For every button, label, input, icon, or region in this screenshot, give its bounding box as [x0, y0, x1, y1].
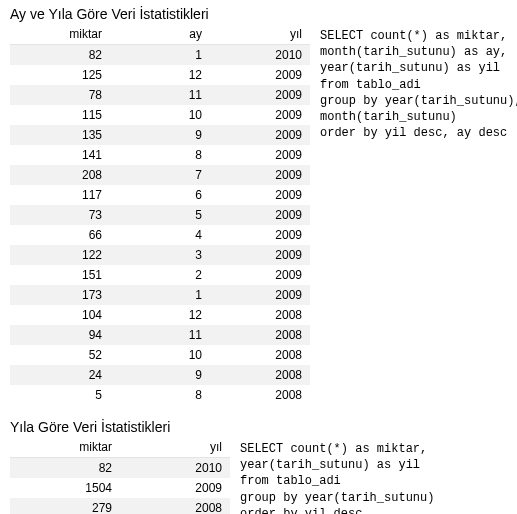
table-cell: 122: [10, 245, 110, 265]
table-cell: 2009: [210, 205, 310, 225]
table-cell: 1504: [10, 478, 120, 498]
sql-query-2: SELECT count(*) as miktar, year(tarih_su…: [240, 437, 434, 514]
table-cell: 12: [110, 65, 210, 85]
table-row: 17312009: [10, 285, 310, 305]
col-miktar: miktar: [10, 24, 110, 45]
table-row: 2492008: [10, 365, 310, 385]
table-cell: 2008: [210, 365, 310, 385]
table-cell: 115: [10, 105, 110, 125]
table-cell: 279: [10, 498, 120, 514]
table-cell: 2009: [210, 105, 310, 125]
table-cell: 2008: [210, 385, 310, 405]
table-cell: 2008: [210, 325, 310, 345]
table-row: 115102009: [10, 105, 310, 125]
table-cell: 78: [10, 85, 110, 105]
table-cell: 2009: [210, 85, 310, 105]
table-cell: 8: [110, 145, 210, 165]
table-cell: 12: [110, 305, 210, 325]
table-row: 7352009: [10, 205, 310, 225]
table-cell: 2: [110, 265, 210, 285]
sql-query-1: SELECT count(*) as miktar, month(tarih_s…: [320, 24, 517, 141]
table-cell: 2008: [210, 345, 310, 365]
table-cell: 2009: [210, 145, 310, 165]
table-row: 15122009: [10, 265, 310, 285]
table-cell: 94: [10, 325, 110, 345]
table-month-year: miktar ay yıl 82120101251220097811200911…: [10, 24, 310, 405]
table-cell: 2010: [120, 458, 230, 479]
table-cell: 73: [10, 205, 110, 225]
table-cell: 2009: [210, 245, 310, 265]
section-month-year: Ay ve Yıla Göre Veri İstatistikleri mikt…: [10, 6, 507, 405]
table-cell: 2009: [210, 285, 310, 305]
table-cell: 173: [10, 285, 110, 305]
table-cell: 2008: [210, 305, 310, 325]
table-cell: 5: [110, 205, 210, 225]
table-cell: 2009: [210, 165, 310, 185]
section1-title: Ay ve Yıla Göre Veri İstatistikleri: [10, 6, 507, 22]
table-cell: 117: [10, 185, 110, 205]
table-cell: 2009: [210, 225, 310, 245]
table-cell: 1: [110, 45, 210, 66]
section-year: Yıla Göre Veri İstatistikleri miktar yıl…: [10, 419, 507, 514]
table-cell: 2009: [210, 125, 310, 145]
table-row: 94112008: [10, 325, 310, 345]
table-cell: 5: [10, 385, 110, 405]
table-cell: 2009: [120, 478, 230, 498]
table-cell: 2010: [210, 45, 310, 66]
table-row: 12232009: [10, 245, 310, 265]
table-cell: 3: [110, 245, 210, 265]
table-cell: 2009: [210, 185, 310, 205]
table-row: 52102008: [10, 345, 310, 365]
table-cell: 52: [10, 345, 110, 365]
table-row: 8212010: [10, 45, 310, 66]
table1-body: 8212010125122009781120091151020091359200…: [10, 45, 310, 406]
col-ay: ay: [110, 24, 210, 45]
table-cell: 10: [110, 345, 210, 365]
table-cell: 24: [10, 365, 110, 385]
table-cell: 208: [10, 165, 110, 185]
table-row: 13592009: [10, 125, 310, 145]
table-header-row: miktar ay yıl: [10, 24, 310, 45]
col-yil: yıl: [210, 24, 310, 45]
table-cell: 151: [10, 265, 110, 285]
table-cell: 10: [110, 105, 210, 125]
table2-body: 822010150420092792008: [10, 458, 230, 515]
table-cell: 135: [10, 125, 110, 145]
table-row: 582008: [10, 385, 310, 405]
table-cell: 82: [10, 45, 110, 66]
table-cell: 9: [110, 365, 210, 385]
table-row: 14182009: [10, 145, 310, 165]
table-cell: 1: [110, 285, 210, 305]
table-row: 11762009: [10, 185, 310, 205]
table-header-row: miktar yıl: [10, 437, 230, 458]
table-cell: 11: [110, 325, 210, 345]
table-cell: 6: [110, 185, 210, 205]
col-yil: yıl: [120, 437, 230, 458]
section1-body: miktar ay yıl 82120101251220097811200911…: [10, 24, 507, 405]
table-cell: 66: [10, 225, 110, 245]
table-row: 104122008: [10, 305, 310, 325]
table-cell: 8: [110, 385, 210, 405]
section2-body: miktar yıl 822010150420092792008 SELECT …: [10, 437, 507, 514]
table-year: miktar yıl 822010150420092792008: [10, 437, 230, 514]
table-cell: 2009: [210, 65, 310, 85]
table-cell: 2008: [120, 498, 230, 514]
table-cell: 9: [110, 125, 210, 145]
table-row: 15042009: [10, 478, 230, 498]
table-cell: 11: [110, 85, 210, 105]
col-miktar: miktar: [10, 437, 120, 458]
table-row: 6642009: [10, 225, 310, 245]
table-cell: 104: [10, 305, 110, 325]
table-cell: 141: [10, 145, 110, 165]
table-cell: 2009: [210, 265, 310, 285]
table-row: 2792008: [10, 498, 230, 514]
table-row: 20872009: [10, 165, 310, 185]
table-row: 125122009: [10, 65, 310, 85]
table-cell: 125: [10, 65, 110, 85]
table-cell: 82: [10, 458, 120, 479]
table-cell: 4: [110, 225, 210, 245]
table-row: 822010: [10, 458, 230, 479]
section2-title: Yıla Göre Veri İstatistikleri: [10, 419, 507, 435]
table-cell: 7: [110, 165, 210, 185]
table-row: 78112009: [10, 85, 310, 105]
